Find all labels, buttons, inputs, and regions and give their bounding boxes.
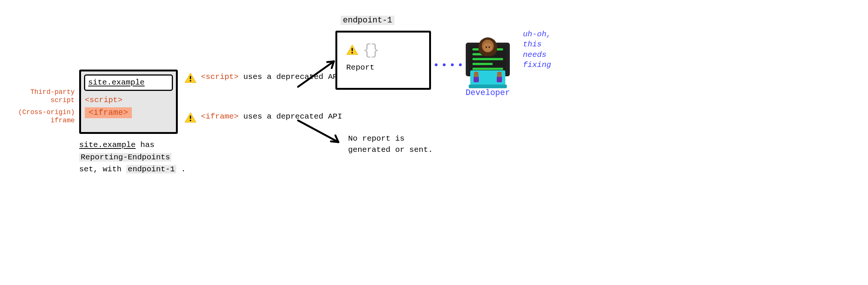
developer-avatar-icon [464,37,512,86]
label-third-party-script: Third-partyscript [0,88,75,104]
warning-icon [185,73,196,85]
caption-period: . [176,165,186,174]
developer-figure: Developer [460,37,515,98]
site-url-bar: site.example [84,74,173,91]
diagram-stage: Third-partyscript (Cross-origin)iframe s… [0,0,868,285]
no-report-text: No report is generated or sent. [348,133,445,156]
warning-icon [185,112,196,125]
site-script-tag: <script> [85,94,172,107]
report-label: Report [346,63,375,72]
caption-header-badge: Reporting-Endpoints [79,153,171,162]
caption-setwith: set, with [79,165,126,174]
site-caption: site.example has Reporting-Endpoints set… [79,139,191,176]
warning-script-tag: <script> [201,73,239,81]
caption-endpoint-badge: endpoint-1 [126,165,176,174]
endpoint-name-badge: endpoint-1 [341,16,394,25]
arrow-to-report [295,56,340,90]
curly-braces-icon: {} [363,42,378,59]
svg-rect-7 [351,48,353,51]
caption-site: site.example [79,141,136,149]
site-example-box: site.example <script> <iframe> [79,70,178,134]
svg-point-8 [351,52,353,53]
site-iframe-tag: <iframe> [85,107,132,118]
arrow-to-no-report [295,114,344,148]
developer-speech: uh-oh,thisneedsfixing [523,29,551,70]
label-cross-origin-iframe: (Cross-origin)iframe [0,108,75,125]
svg-rect-4 [190,116,191,119]
warning-icon [346,45,358,57]
svg-point-5 [190,120,191,121]
caption-has: has [136,141,154,149]
developer-label: Developer [460,88,515,98]
warning-iframe-tag: <iframe> [201,112,239,121]
svg-rect-1 [190,76,191,79]
report-box: {} Report [335,31,431,90]
svg-point-2 [190,80,191,82]
